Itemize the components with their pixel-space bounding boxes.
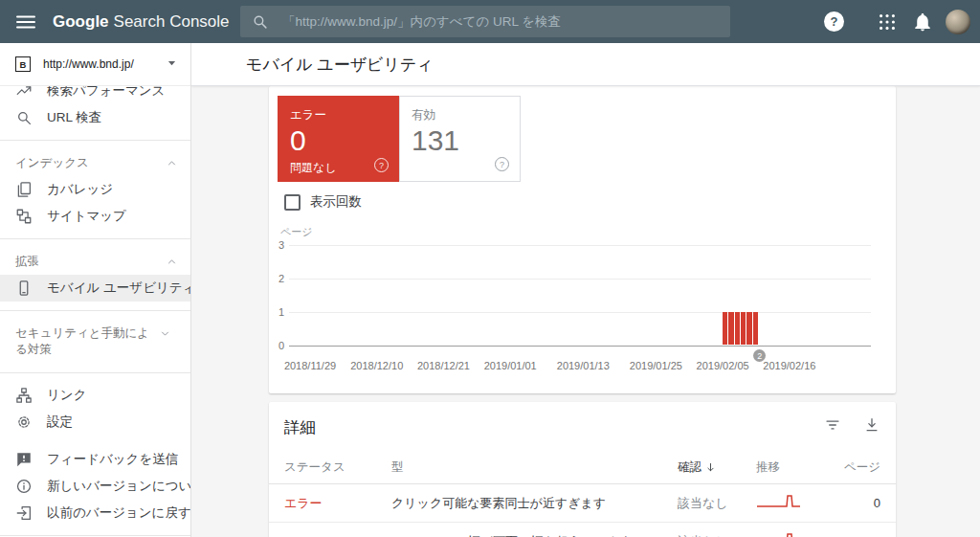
column-header[interactable]: 確認 bbox=[678, 459, 756, 476]
error-help-icon[interactable]: ? bbox=[374, 158, 389, 172]
chart-bar[interactable] bbox=[753, 312, 758, 345]
sidebar-item-label: モバイル ユーザビリティ bbox=[47, 280, 191, 297]
chart-bar[interactable] bbox=[741, 312, 746, 345]
url-inspect-input[interactable] bbox=[280, 13, 719, 30]
row-validation: 該当なし bbox=[678, 533, 756, 537]
notifications-bell-icon[interactable] bbox=[912, 11, 933, 33]
column-header[interactable]: 型 bbox=[391, 459, 678, 476]
sidebar-section[interactable]: セキュリティと手動による対策 bbox=[0, 320, 190, 364]
row-trend-sparkline bbox=[756, 492, 819, 514]
section-label: インデックス bbox=[15, 155, 166, 171]
sidebar-section[interactable]: 拡張 bbox=[0, 248, 190, 275]
chart-bar[interactable] bbox=[723, 312, 727, 345]
impressions-toggle[interactable]: 表示回数 bbox=[284, 193, 362, 211]
mobile-icon bbox=[15, 280, 33, 297]
info-icon bbox=[15, 478, 33, 495]
filter-icon[interactable] bbox=[824, 416, 841, 434]
x-tick-label: 2019/02/16 bbox=[755, 360, 824, 371]
spacer bbox=[0, 436, 190, 446]
divider bbox=[0, 372, 190, 373]
sidebar-item[interactable]: リンク bbox=[0, 382, 190, 409]
summary-chart-card: エラー 0 問題なし ? 有効 131 ? 表示回数 ページ 32102018/… bbox=[269, 86, 896, 393]
y-tick-label: 2 bbox=[269, 273, 284, 284]
help-icon[interactable]: ? bbox=[824, 11, 844, 32]
gridline bbox=[289, 346, 871, 347]
x-tick-label: 2018/12/10 bbox=[343, 360, 412, 371]
sidebar-item[interactable]: 設定 bbox=[0, 409, 190, 436]
x-tick-label: 2018/11/29 bbox=[276, 360, 345, 371]
section-label: セキュリティと手動による対策 bbox=[15, 325, 159, 358]
chart-bar[interactable] bbox=[728, 312, 733, 345]
apps-grid-icon[interactable] bbox=[877, 11, 898, 33]
error-card-label: エラー bbox=[290, 107, 387, 123]
impressions-checkbox[interactable] bbox=[284, 194, 301, 211]
sidebar-item-label: 以前のバージョンに戻す bbox=[47, 504, 191, 522]
details-table-body: エラークリック可能な要素同士が近すぎます該当なし0エラーコンテンツの幅が画面の幅… bbox=[269, 484, 896, 537]
valid-status-card[interactable]: 有効 131 ? bbox=[399, 96, 521, 182]
x-tick-label: 2018/12/21 bbox=[409, 360, 478, 371]
property-selector[interactable]: B http://www.bnd.jp/ bbox=[0, 43, 190, 86]
user-avatar[interactable] bbox=[946, 10, 970, 34]
page-titlebar: モバイル ユーザビリティ bbox=[191, 43, 980, 86]
y-tick-label: 1 bbox=[269, 306, 284, 318]
gridline bbox=[289, 312, 871, 313]
chart-bar[interactable] bbox=[735, 312, 740, 345]
row-type: コンテンツの幅が画面の幅を超えています bbox=[391, 533, 678, 537]
row-status: エラー bbox=[284, 533, 391, 537]
sitemap-icon bbox=[15, 208, 33, 225]
sidebar-item-label: URL 検査 bbox=[47, 109, 101, 126]
chevron-up-icon bbox=[166, 157, 178, 169]
sidebar-section[interactable]: インデックス bbox=[0, 149, 190, 176]
details-title: 詳細 bbox=[284, 417, 316, 438]
links-icon bbox=[15, 387, 33, 404]
dropdown-caret-icon bbox=[163, 54, 181, 76]
column-header[interactable]: ページ bbox=[819, 459, 880, 476]
chevron-up-icon bbox=[166, 256, 178, 268]
sidebar-item-label: 新しいバージョンについて bbox=[47, 478, 191, 495]
logo-secondary: Search Console bbox=[114, 12, 230, 32]
sidebar-item[interactable]: 新しいバージョンについて bbox=[0, 473, 190, 500]
sidebar-item[interactable]: フィードバックを送信 bbox=[0, 446, 190, 473]
download-icon[interactable] bbox=[863, 416, 880, 434]
header-actions: ? bbox=[824, 0, 970, 43]
table-row[interactable]: エラーコンテンツの幅が画面の幅を超えています該当なし0 bbox=[269, 523, 896, 537]
sidebar-item-label: カバレッジ bbox=[47, 181, 113, 198]
x-tick-label: 2019/01/13 bbox=[548, 360, 617, 371]
page-title: モバイル ユーザビリティ bbox=[246, 54, 434, 76]
sidebar-item-label: フィードバックを送信 bbox=[47, 451, 178, 468]
divider bbox=[0, 140, 190, 141]
url-inspect-searchbar[interactable] bbox=[240, 6, 730, 37]
valid-card-value: 131 bbox=[412, 126, 508, 155]
sidebar-item[interactable]: カバレッジ bbox=[0, 176, 190, 203]
sidebar-item-label: 設定 bbox=[47, 414, 73, 431]
table-row[interactable]: エラークリック可能な要素同士が近すぎます該当なし0 bbox=[269, 484, 896, 523]
error-status-card[interactable]: エラー 0 問題なし ? bbox=[278, 96, 399, 182]
x-tick-label: 2019/02/05 bbox=[688, 360, 757, 371]
column-header[interactable]: 推移 bbox=[756, 459, 819, 476]
y-tick-label: 3 bbox=[269, 239, 284, 251]
chart-bar[interactable] bbox=[746, 312, 751, 345]
app-logo[interactable]: Google Search Console bbox=[53, 0, 230, 43]
exit-icon bbox=[15, 504, 33, 522]
sidebar-item[interactable]: モバイル ユーザビリティ bbox=[0, 275, 190, 302]
divider bbox=[0, 238, 190, 239]
error-card-value: 0 bbox=[290, 126, 387, 155]
details-table-header: ステータス型確認推移ページ bbox=[269, 452, 896, 484]
gridline bbox=[289, 279, 871, 280]
sidebar-item[interactable]: 以前のバージョンに戻す bbox=[0, 500, 190, 526]
main-content: モバイル ユーザビリティ エラー 0 問題なし ? 有効 131 ? 表示回数 … bbox=[191, 43, 980, 537]
property-url: http://www.bnd.jp/ bbox=[43, 57, 150, 71]
site-favicon: B bbox=[15, 56, 31, 72]
feedback-icon bbox=[15, 451, 33, 468]
sidebar-item[interactable]: サイトマップ bbox=[0, 203, 190, 230]
valid-help-icon[interactable]: ? bbox=[495, 157, 509, 171]
logo-primary: Google bbox=[53, 12, 109, 32]
search-icon bbox=[252, 13, 268, 30]
sidebar-nav: 検索パフォーマンスURL 検査インデックスカバレッジサイトマップ拡張モバイル ユ… bbox=[0, 78, 190, 537]
column-header[interactable]: ステータス bbox=[284, 459, 391, 476]
section-label: 拡張 bbox=[15, 254, 166, 270]
x-tick-label: 2019/01/01 bbox=[476, 360, 545, 371]
menu-icon[interactable] bbox=[14, 11, 37, 34]
chevron-down-icon bbox=[159, 327, 171, 340]
sidebar-item[interactable]: URL 検査 bbox=[0, 104, 190, 131]
